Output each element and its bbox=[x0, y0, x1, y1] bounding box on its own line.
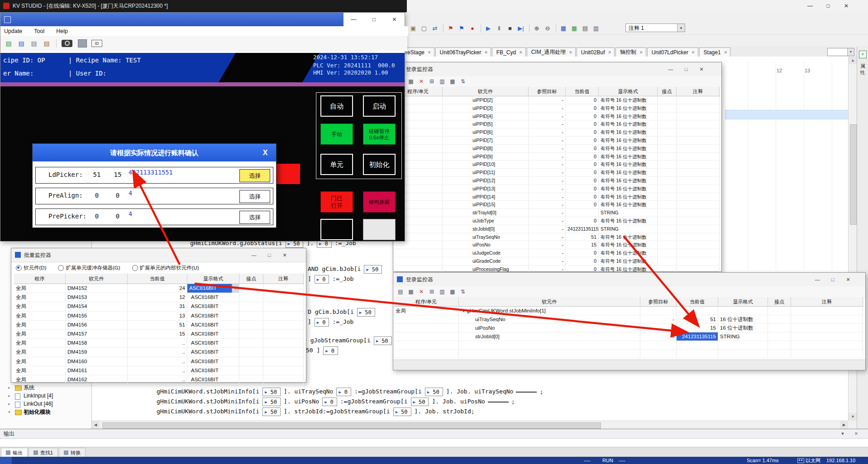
window-titlebar[interactable]: 登录监控器 —□✕ bbox=[393, 273, 865, 287]
scroll-left-icon[interactable]: ◀ bbox=[91, 421, 100, 429]
flag-blue-icon[interactable]: ⚑ bbox=[457, 23, 467, 34]
dialog-close-button[interactable]: X bbox=[259, 144, 272, 161]
flag-red-icon[interactable]: ⚑ bbox=[446, 23, 456, 34]
tab-CIM_通用处理[interactable]: CIM_通用处理✕ bbox=[527, 47, 576, 57]
chevron-right-icon[interactable]: ▸ bbox=[8, 400, 10, 408]
table-row[interactable]: uiPPID[6]-0有符号 16 位十进制数 bbox=[394, 128, 720, 137]
table-row[interactable]: uiJobType-0有符号 16 位十进制数 bbox=[394, 217, 720, 225]
tree-item-4[interactable]: ▾初始化模块 bbox=[0, 408, 91, 416]
scrollbar-thumb[interactable] bbox=[102, 422, 601, 429]
delete-icon[interactable]: ✕ bbox=[417, 289, 426, 295]
output-tab-输出[interactable]: 输出 bbox=[1, 448, 28, 458]
table-row[interactable]: uiPPID[4]-0有符号 16 位十进制数 bbox=[394, 113, 720, 121]
close-icon[interactable]: ✕ bbox=[852, 429, 861, 438]
select-button[interactable]: 选择 bbox=[239, 169, 270, 182]
window-maximize-button[interactable]: □ bbox=[819, 0, 837, 12]
grid-blue-icon[interactable]: ▦ bbox=[558, 23, 568, 34]
menu-tool[interactable]: Tool bbox=[34, 28, 44, 34]
table-row[interactable]: uiPPID[2]-0有符号 16 位十进制数 bbox=[394, 96, 720, 104]
tab-轴控制[interactable]: 轴控制✕ bbox=[615, 47, 646, 57]
window-close-button[interactable]: ✕ bbox=[277, 248, 292, 262]
scroll-down-icon[interactable]: ▼ bbox=[849, 413, 857, 421]
hmi-button-door-open[interactable]: 门已打开 bbox=[320, 191, 353, 213]
table-row[interactable]: 全局DM4162..ASCII16BIT bbox=[14, 375, 304, 384]
table-row[interactable]: uiJudgeCode-0有符号 16 位十进制数 bbox=[394, 249, 720, 257]
tab-close-icon[interactable]: ✕ bbox=[724, 50, 728, 55]
add-row-icon[interactable]: ⊞ bbox=[427, 289, 436, 295]
table-row[interactable]: strJobId[0]-241231135115STRING bbox=[394, 332, 863, 341]
scroll-up-icon[interactable]: ▲ bbox=[849, 57, 857, 64]
window-minimize-button[interactable]: — bbox=[343, 13, 364, 26]
stop-icon[interactable]: ■ bbox=[505, 23, 515, 34]
table-row[interactable]: uiPosNo-1516 位十进制数 bbox=[394, 324, 863, 332]
tab-close-icon[interactable]: ✕ bbox=[519, 50, 523, 55]
table-row[interactable]: 全局DM415312ASCII16BIT bbox=[14, 293, 304, 302]
table-row[interactable]: 全局DM4161..ASCII16BIT bbox=[14, 366, 304, 375]
hmi-button-manual[interactable]: 手动 bbox=[320, 123, 353, 145]
grid-icon[interactable]: ▥ bbox=[438, 78, 447, 85]
watch-icon[interactable]: ▩ bbox=[448, 289, 457, 295]
expander-icon[interactable]: ▾ bbox=[463, 309, 465, 313]
tab-close-icon[interactable]: ✕ bbox=[692, 50, 695, 55]
table-row[interactable]: 全局DM415715ASCII16BIT bbox=[14, 330, 304, 339]
comment-select-combo[interactable]: 注释 1 ▾ bbox=[625, 24, 685, 32]
pause-icon[interactable]: ‖ bbox=[494, 23, 504, 34]
tab-Unit06TrayPicker[interactable]: Unit06TrayPicker✕ bbox=[435, 47, 491, 57]
window-close-button[interactable]: ✕ bbox=[694, 62, 709, 76]
tab-FB_Cyd[interactable]: FB_Cyd✕ bbox=[492, 47, 526, 57]
hmi-button-auto[interactable]: 自动 bbox=[320, 95, 353, 117]
pin-icon[interactable]: ▼ bbox=[838, 429, 847, 438]
tab-close-icon[interactable]: ✕ bbox=[428, 50, 431, 55]
editor-horizontal-scrollbar[interactable]: ◀ ▶ bbox=[91, 421, 848, 429]
scrollbar-thumb[interactable] bbox=[850, 124, 857, 225]
add-icon[interactable]: + bbox=[859, 51, 867, 58]
radio-device-type-2[interactable]: 扩展单元的内部软元件(U) bbox=[132, 265, 199, 271]
table-row[interactable]: uiPPID[13]-0有符号 16 位十进制数 bbox=[394, 185, 720, 193]
copy-icon[interactable]: ▢ bbox=[419, 23, 429, 34]
select-button[interactable]: 选择 bbox=[239, 211, 270, 224]
plc-unit-icon[interactable] bbox=[78, 39, 87, 47]
tab-close-icon[interactable]: ✕ bbox=[569, 50, 572, 55]
chevron-right-icon[interactable]: ▸ bbox=[8, 384, 10, 392]
tab-Unit02Buf[interactable]: Unit02Buf✕ bbox=[577, 47, 615, 57]
window-titlebar[interactable]: 登录监控器 —□✕ bbox=[393, 62, 721, 76]
window-titlebar[interactable]: 批量监控器 —□✕ bbox=[11, 248, 306, 262]
hmi-button-partial-right[interactable] bbox=[363, 219, 396, 240]
window-titlebar[interactable]: —□✕ bbox=[0, 13, 405, 26]
window-close-button[interactable]: ✕ bbox=[840, 273, 856, 286]
doc-export-icon[interactable]: ▤ bbox=[41, 40, 52, 47]
select-button[interactable]: 选择 bbox=[239, 190, 270, 203]
window-maximize-button[interactable]: □ bbox=[262, 248, 277, 262]
zoom-out-icon[interactable]: ⊖ bbox=[543, 23, 553, 34]
table-row[interactable]: 全局DM4160..ASCII16BIT bbox=[14, 357, 304, 366]
doc-open-icon[interactable]: ▤ bbox=[16, 40, 27, 47]
hmi-button-partial-left[interactable] bbox=[320, 219, 353, 240]
dropdown-icon[interactable]: ▾ bbox=[232, 284, 239, 293]
chevron-down-icon[interactable]: ▾ bbox=[8, 408, 10, 416]
chevron-down-icon[interactable]: ▾ bbox=[847, 48, 854, 56]
tree-item-3[interactable]: ▸LinkOut [46] bbox=[0, 400, 91, 408]
window-minimize-button[interactable]: — bbox=[810, 273, 825, 286]
table-row[interactable]: uiTraySeqNo-51有符号 16 位十进制数 bbox=[394, 233, 720, 241]
tree-item-1[interactable]: ▸系统 bbox=[0, 384, 91, 392]
tab-Stage1[interactable]: Stage1✕ bbox=[699, 47, 731, 57]
table-row[interactable]: uiPPID[14]-0有符号 16 位十进制数 bbox=[394, 193, 720, 201]
table-row[interactable]: uiPPID[7]-0有符号 16 位十进制数 bbox=[394, 137, 720, 145]
doc-save-icon[interactable]: ▤ bbox=[29, 40, 39, 47]
step-icon[interactable]: ▶| bbox=[516, 23, 526, 34]
grid-icon[interactable]: ▥ bbox=[438, 289, 447, 295]
hmi-button-init[interactable]: 初始化 bbox=[363, 154, 396, 175]
output-tab-转换[interactable]: 转换 bbox=[59, 448, 86, 458]
table-row[interactable] bbox=[394, 341, 863, 350]
properties-vertical-tab[interactable]: 属性 bbox=[857, 63, 868, 76]
record-icon[interactable]: ● bbox=[467, 23, 477, 34]
window-maximize-button[interactable]: □ bbox=[678, 62, 694, 76]
window-maximize-button[interactable]: □ bbox=[825, 273, 840, 286]
table-row[interactable]: uiPPID[15]-0有符号 16 位十进制数 bbox=[394, 201, 720, 209]
table-icon[interactable]: ▤ bbox=[580, 23, 590, 34]
table-row[interactable]: uiPPID[3]-0有符号 16 位十进制数 bbox=[394, 104, 720, 113]
transfer-icon[interactable]: ⇄ bbox=[430, 23, 440, 34]
tab-close-icon[interactable]: ✕ bbox=[639, 50, 643, 55]
id-reader-icon[interactable]: ID bbox=[91, 40, 102, 47]
clipboard-icon[interactable]: ▣ bbox=[408, 23, 418, 34]
